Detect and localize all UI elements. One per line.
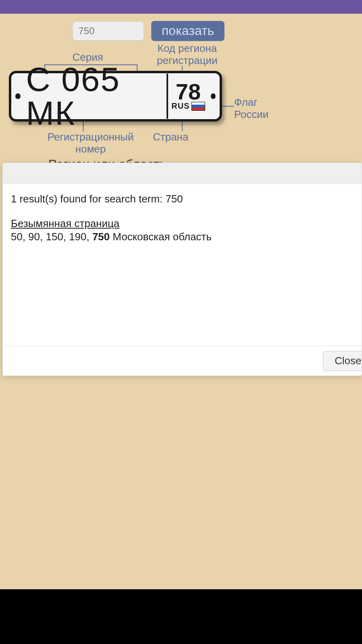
russia-flag-icon: [191, 102, 205, 111]
close-button[interactable]: Close: [323, 351, 362, 371]
result-count-prefix: 1 result(s) found for search term:: [11, 193, 165, 205]
plate-hole-left: [15, 93, 21, 99]
results-panel: 1 result(s) found for search term: 750 Б…: [2, 163, 362, 376]
results-footer: Close: [3, 346, 362, 376]
plate-diagram: Серия Код региона регистрации Флаг Росси…: [0, 43, 362, 156]
region-code-label: Код региона регистрации: [157, 43, 218, 67]
result-count: 1 result(s) found for search term: 750: [11, 193, 354, 205]
result-snippet-suffix: Московская область: [110, 231, 212, 243]
region-code-input[interactable]: [72, 21, 144, 41]
top-bar: [0, 0, 362, 14]
result-snippet: 50, 90, 150, 190, 750 Московская область: [11, 231, 354, 243]
plate-main-text: С 065 МК: [25, 73, 163, 119]
result-link[interactable]: Безымянная страница: [11, 217, 354, 230]
bottom-bar: [0, 589, 362, 644]
search-row: показать: [0, 14, 362, 41]
plate-region-block: 78 RUS: [169, 73, 206, 119]
plate-separator: [167, 74, 168, 119]
license-plate: С 065 МК 78 RUS: [9, 71, 222, 122]
country-label: Страна: [153, 131, 188, 143]
plate-region-code: 78: [176, 81, 201, 102]
plate-rus-text: RUS: [171, 101, 189, 111]
reg-number-label: Регистрационный номер: [47, 131, 134, 155]
result-count-term: 750: [165, 193, 183, 205]
show-button[interactable]: показать: [151, 21, 224, 41]
results-body: 1 result(s) found for search term: 750 Б…: [3, 184, 362, 252]
result-snippet-prefix: 50, 90, 150, 190,: [11, 231, 92, 243]
flag-label: Флаг России: [234, 97, 269, 121]
plate-hole-right: [211, 93, 216, 99]
results-header: [3, 163, 362, 184]
result-snippet-bold: 750: [92, 231, 109, 243]
